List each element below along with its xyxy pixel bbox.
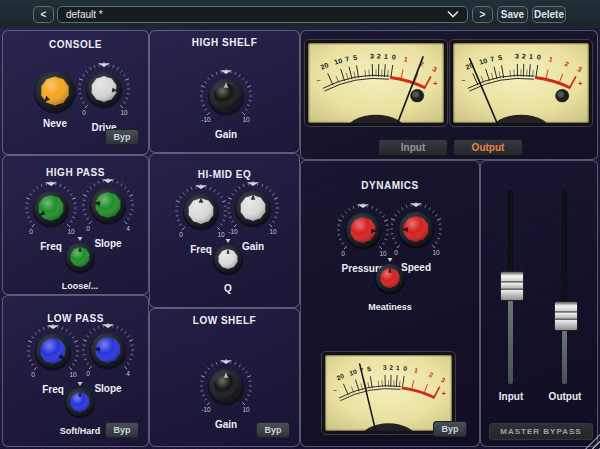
svg-text:0: 0: [29, 228, 33, 235]
low-pass-mode-knob[interactable]: Soft/Hard: [56, 377, 104, 436]
svg-text:2: 2: [389, 364, 393, 371]
input-fader-label: Input: [486, 391, 536, 402]
knob-dial: 010: [19, 178, 83, 238]
dynamics-title: DYNAMICS: [301, 180, 479, 191]
input-vu-meter: 2010753210123−+: [304, 39, 448, 127]
svg-text:4: 4: [126, 225, 130, 232]
hi-mid-eq-panel: HI-MID EQ 010 Freq -1010 Gain Q: [149, 153, 300, 308]
svg-text:+: +: [433, 79, 438, 88]
knob-dial: -1010: [194, 66, 258, 126]
console-panel: CONSOLE Neve 010 Drive Byp: [2, 30, 149, 155]
svg-text:−: −: [316, 76, 320, 85]
svg-text:10: 10: [432, 249, 440, 256]
svg-text:1: 1: [384, 53, 389, 60]
svg-text:0: 0: [86, 225, 90, 232]
svg-text:0: 0: [82, 109, 86, 116]
output-fader-handle[interactable]: [554, 301, 578, 331]
knob-dial: 010: [72, 59, 136, 119]
svg-text:3: 3: [383, 364, 387, 371]
low-pass-mode-label: Soft/Hard: [56, 426, 104, 436]
plugin-window: < default * > Save Delete CONSOLE Neve 0…: [0, 0, 600, 449]
svg-text:0: 0: [341, 250, 345, 257]
svg-text:10: 10: [269, 228, 277, 235]
meatiness-label: Meatiness: [366, 302, 414, 312]
preset-dropdown[interactable]: default *: [57, 6, 468, 23]
svg-text:10: 10: [242, 406, 250, 413]
svg-text:−: −: [461, 76, 465, 85]
output-fader-track-lower[interactable]: [562, 327, 567, 384]
preset-next-button[interactable]: >: [472, 6, 493, 23]
meters-panel: 2010753210123−+ 2010753210123−+ Input Ou…: [300, 30, 598, 160]
knob-dial: [366, 253, 414, 299]
output-fader-label: Output: [540, 391, 590, 402]
knob-dial: -1010: [221, 178, 285, 238]
svg-text:−: −: [333, 387, 337, 394]
high-shelf-title: HIGH SHELF: [150, 37, 299, 48]
low-shelf-title: LOW SHELF: [150, 315, 299, 326]
drive-knob[interactable]: 010 Drive: [72, 59, 136, 133]
meatiness-knob[interactable]: Meatiness: [366, 253, 414, 312]
low-shelf-bypass-button[interactable]: Byp: [256, 422, 290, 438]
console-title: CONSOLE: [3, 39, 148, 50]
svg-text:-10: -10: [201, 116, 211, 123]
svg-text:+: +: [442, 390, 446, 397]
meter-input-button[interactable]: Input: [378, 139, 448, 156]
high-shelf-gain-knob[interactable]: -1010 Gain: [194, 66, 258, 140]
low-pass-panel: LOW PASS 010 Freq 04 Slope Soft/Hard Byp: [2, 295, 149, 447]
low-shelf-gain-knob[interactable]: -1010 Gain: [194, 356, 258, 430]
low-shelf-gain-label: Gain: [194, 419, 258, 430]
chevron-down-icon: [447, 9, 459, 20]
knob-dial: 04: [76, 175, 140, 235]
knob-dial: [56, 232, 104, 278]
dynamics-bypass-button[interactable]: Byp: [433, 421, 467, 437]
svg-text:2: 2: [522, 53, 526, 60]
svg-text:0: 0: [31, 371, 35, 378]
preset-name: default *: [66, 9, 103, 20]
knob-dial: [204, 234, 252, 280]
plugin-body: CONSOLE Neve 010 Drive Byp HIGH PASS 010…: [0, 28, 600, 449]
svg-text:+: +: [578, 79, 583, 88]
meter-output-button[interactable]: Output: [453, 139, 523, 156]
knob-dial: -1010: [194, 356, 258, 416]
high-pass-mode-label: Loose/...: [56, 281, 104, 291]
svg-text:0: 0: [86, 370, 90, 377]
svg-text:1: 1: [529, 53, 534, 60]
high-shelf-gain-label: Gain: [194, 129, 258, 140]
high-shelf-panel: HIGH SHELF -1010 Gain: [149, 30, 300, 153]
delete-button[interactable]: Delete: [532, 6, 566, 23]
knob-dial: [56, 377, 104, 423]
input-fader-track-lower[interactable]: [508, 297, 513, 384]
svg-text:3: 3: [370, 53, 374, 60]
preset-prev-button[interactable]: <: [33, 6, 54, 23]
svg-text:4: 4: [126, 370, 130, 377]
input-fader-handle[interactable]: [500, 271, 524, 301]
preset-toolbar: < default * > Save Delete: [0, 0, 600, 29]
svg-text:10: 10: [120, 109, 128, 116]
svg-text:3: 3: [515, 53, 519, 60]
console-bypass-button[interactable]: Byp: [105, 129, 139, 145]
low-shelf-panel: LOW SHELF -1010 Gain Byp: [149, 308, 300, 447]
svg-text:-10: -10: [201, 406, 211, 413]
high-pass-panel: HIGH PASS 010 Freq 04 Slope Loose/...: [2, 155, 149, 295]
dynamics-panel: DYNAMICS 010 Pressure 010 Speed Meatines…: [300, 160, 480, 447]
high-pass-mode-knob[interactable]: Loose/...: [56, 232, 104, 291]
svg-text:0: 0: [179, 231, 183, 238]
low-pass-bypass-button[interactable]: Byp: [105, 422, 139, 438]
master-bypass-button[interactable]: MASTER BYPASS: [489, 423, 593, 440]
svg-text:2: 2: [377, 53, 381, 60]
output-vu-meter: 2010753210123−+: [449, 39, 593, 127]
master-panel: Input Output MASTER BYPASS: [480, 160, 598, 447]
save-button[interactable]: Save: [497, 6, 528, 23]
hi-mid-q-label: Q: [204, 283, 252, 294]
knob-dial: 04: [76, 320, 140, 380]
knob-dial: 010: [384, 199, 448, 259]
svg-text:10: 10: [242, 116, 250, 123]
hi-mid-q-knob[interactable]: Q: [204, 234, 252, 294]
